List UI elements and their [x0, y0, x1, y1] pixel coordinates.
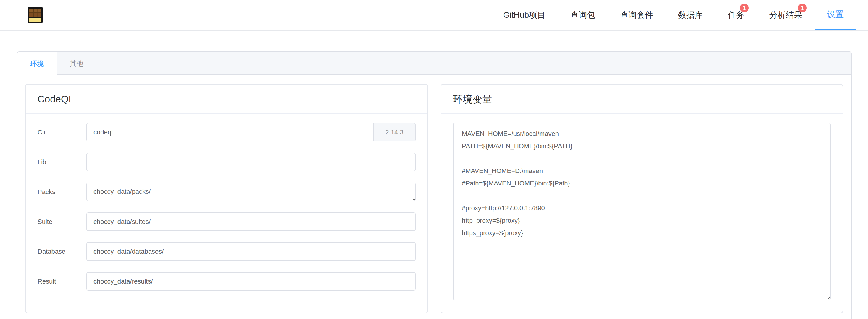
tab-other[interactable]: 其他: [57, 52, 96, 75]
nav-label: 分析结果: [769, 9, 802, 21]
database-input[interactable]: [86, 242, 416, 261]
codeql-card-body: Cli 2.14.3 Lib Packs choccy_data/packs/: [26, 114, 428, 311]
nav-label: 查询套件: [620, 9, 653, 21]
codeql-settings-card: CodeQL Cli 2.14.3 Lib Packs: [25, 84, 428, 313]
suite-label: Suite: [38, 212, 86, 231]
app-logo[interactable]: [28, 7, 43, 23]
env-card-title: 环境变量: [441, 85, 842, 114]
cli-version-append: 2.14.3: [373, 123, 416, 141]
packs-label: Packs: [38, 182, 86, 201]
env-card-body: MAVEN_HOME=/usr/local/maven PATH=${MAVEN…: [441, 114, 842, 311]
settings-tabs-panel: 环境 其他 CodeQL Cli 2.14.3 Lib: [17, 51, 852, 319]
tab-label: 其他: [70, 59, 84, 68]
nav-item-databases[interactable]: 数据库: [665, 0, 715, 30]
database-label: Database: [38, 242, 86, 261]
lib-label: Lib: [38, 153, 86, 171]
nav-item-tasks[interactable]: 任务 1: [715, 0, 757, 30]
result-label: Result: [38, 272, 86, 291]
form-row-cli: Cli 2.14.3: [38, 123, 416, 141]
cli-input[interactable]: [86, 123, 374, 141]
tasks-count-badge: 1: [740, 4, 749, 12]
form-row-database: Database: [38, 242, 416, 261]
suite-input[interactable]: [86, 212, 416, 231]
main-nav: GitHub项目 查询包 查询套件 数据库 任务 1 分析结果 1 设置: [491, 0, 856, 30]
nav-label: 设置: [827, 9, 844, 20]
result-input[interactable]: [86, 272, 416, 291]
tab-strip: 环境 其他: [18, 52, 851, 75]
nav-item-github-projects[interactable]: GitHub项目: [491, 0, 558, 30]
form-row-packs: Packs choccy_data/packs/: [38, 182, 416, 201]
nav-label: 数据库: [678, 9, 703, 21]
lib-input[interactable]: [86, 153, 416, 171]
nav-item-query-suites[interactable]: 查询套件: [608, 0, 665, 30]
nav-item-settings[interactable]: 设置: [815, 0, 856, 30]
nav-label: GitHub项目: [503, 9, 546, 21]
cli-label: Cli: [38, 123, 86, 141]
packs-textarea[interactable]: choccy_data/packs/: [86, 182, 416, 201]
form-row-suite: Suite: [38, 212, 416, 231]
nav-label: 查询包: [570, 9, 595, 21]
chocolate-bar-icon: [28, 7, 43, 23]
env-vars-card: 环境变量 MAVEN_HOME=/usr/local/maven PATH=${…: [440, 84, 843, 313]
form-row-lib: Lib: [38, 153, 416, 171]
env-vars-textarea[interactable]: MAVEN_HOME=/usr/local/maven PATH=${MAVEN…: [453, 123, 831, 300]
codeql-card-title: CodeQL: [26, 85, 428, 114]
nav-item-analysis-results[interactable]: 分析结果 1: [757, 0, 815, 30]
analysis-results-count-badge: 1: [798, 4, 807, 12]
form-row-result: Result: [38, 272, 416, 291]
tab-label: 环境: [30, 59, 44, 68]
tab-environment[interactable]: 环境: [18, 52, 57, 75]
nav-item-query-packs[interactable]: 查询包: [558, 0, 608, 30]
top-navbar: GitHub项目 查询包 查询套件 数据库 任务 1 分析结果 1 设置: [0, 0, 868, 31]
